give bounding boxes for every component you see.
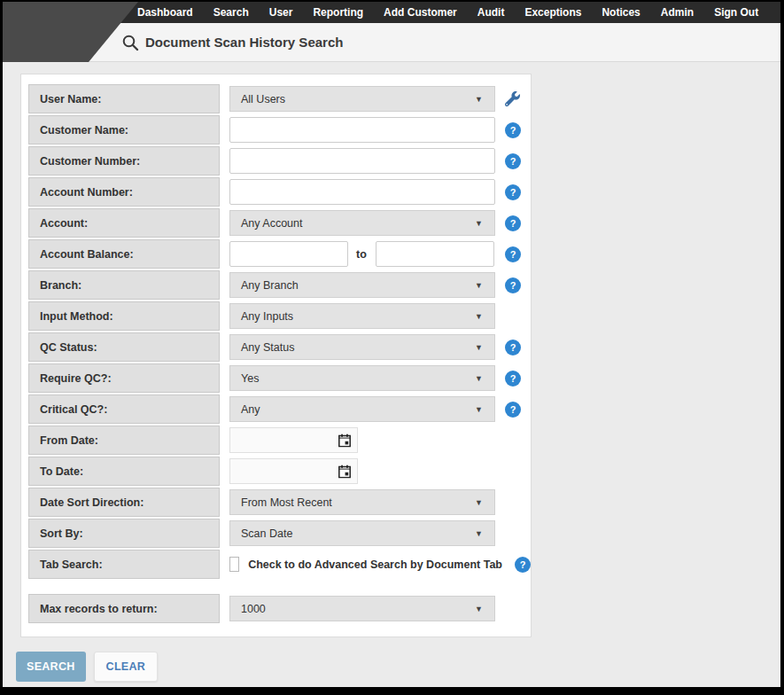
nav-item-exceptions[interactable]: Exceptions: [524, 6, 581, 19]
from-date-label: From Date:: [28, 426, 220, 455]
chevron-down-icon: ▼: [475, 280, 483, 289]
date-sort-direction-dropdown[interactable]: From Most Recent ▼: [229, 489, 495, 515]
page-header: Document Scan History Search: [3, 23, 780, 62]
chevron-down-icon: ▼: [475, 604, 483, 613]
customer-number-input[interactable]: [229, 148, 495, 174]
help-icon[interactable]: ?: [505, 246, 521, 262]
input-method-dropdown[interactable]: Any Inputs ▼: [229, 303, 495, 329]
account-number-label: Account Number:: [28, 177, 220, 207]
critical-qc-label: Critical QC?:: [28, 394, 220, 424]
form-row-from-date: From Date:: [28, 426, 531, 455]
chevron-down-icon: ▼: [475, 218, 483, 227]
form-row-account-balance: Account Balance: to ?: [28, 239, 531, 269]
form-row-branch: Branch: Any Branch ▼ ?: [28, 270, 531, 300]
user-name-dropdown[interactable]: All Users ▼: [229, 86, 495, 112]
account-dropdown[interactable]: Any Account ▼: [229, 210, 495, 236]
help-icon[interactable]: ?: [515, 557, 531, 573]
help-icon[interactable]: ?: [505, 153, 521, 169]
tab-search-checkbox-label: Check to do Advanced Search by Document …: [248, 558, 502, 571]
dropdown-value: From Most Recent: [241, 496, 332, 509]
help-icon[interactable]: ?: [505, 402, 521, 418]
form-row-input-method: Input Method: Any Inputs ▼: [28, 301, 531, 331]
app-window: Dashboard Search User Reporting Add Cust…: [3, 2, 780, 687]
nav-item-reporting[interactable]: Reporting: [313, 6, 363, 19]
dropdown-value: Any Inputs: [241, 310, 293, 323]
customer-number-label: Customer Number:: [28, 146, 220, 176]
calendar-icon[interactable]: [338, 433, 351, 447]
nav-item-audit[interactable]: Audit: [477, 6, 505, 19]
dropdown-value: All Users: [241, 93, 285, 105]
chevron-down-icon: ▼: [475, 311, 483, 320]
chevron-down-icon: ▼: [475, 497, 483, 506]
chevron-down-icon: ▼: [475, 528, 483, 537]
max-records-dropdown[interactable]: 1000 ▼: [229, 596, 495, 621]
branch-dropdown[interactable]: Any Branch ▼: [229, 272, 495, 298]
dropdown-value: Scan Date: [241, 527, 292, 540]
clear-button[interactable]: CLEAR: [94, 652, 159, 682]
form-row-account-number: Account Number: ?: [28, 177, 531, 207]
form-row-tab-search: Tab Search: Check to do Advanced Search …: [28, 550, 531, 579]
wrench-icon[interactable]: [505, 91, 520, 106]
form-row-customer-name: Customer Name: ?: [28, 115, 531, 144]
magnifier-icon: [121, 34, 139, 51]
form-row-critical-qc: Critical QC?: Any ▼ ?: [28, 394, 531, 424]
form-row-to-date: To Date:: [28, 457, 531, 486]
form-row-qc-status: QC Status: Any Status ▼ ?: [28, 332, 531, 362]
dropdown-value: Any Account: [241, 217, 303, 230]
account-number-input[interactable]: [229, 179, 495, 205]
to-date-label: To Date:: [28, 457, 220, 486]
qc-status-dropdown[interactable]: Any Status ▼: [229, 334, 495, 360]
critical-qc-dropdown[interactable]: Any ▼: [229, 396, 495, 422]
page-title: Document Scan History Search: [145, 35, 343, 50]
account-label: Account:: [28, 208, 220, 238]
form-row-customer-number: Customer Number: ?: [28, 146, 531, 176]
search-button[interactable]: SEARCH: [16, 652, 86, 682]
chevron-down-icon: ▼: [475, 404, 483, 413]
require-qc-dropdown[interactable]: Yes ▼: [229, 365, 495, 391]
action-button-bar: SEARCH CLEAR: [16, 652, 158, 682]
nav-item-dashboard[interactable]: Dashboard: [137, 6, 193, 19]
to-date-input[interactable]: [229, 458, 358, 484]
customer-name-label: Customer Name:: [28, 115, 220, 144]
help-icon[interactable]: ?: [505, 277, 521, 293]
help-icon[interactable]: ?: [505, 215, 521, 231]
sort-by-label: Sort By:: [28, 519, 220, 548]
nav-item-add-customer[interactable]: Add Customer: [384, 6, 457, 19]
chevron-down-icon: ▼: [475, 373, 483, 382]
help-icon[interactable]: ?: [505, 184, 521, 200]
from-date-input[interactable]: [229, 427, 358, 453]
nav-item-sign-out[interactable]: Sign Out: [714, 6, 758, 19]
nav-item-user[interactable]: User: [269, 6, 293, 19]
dropdown-value: Any Status: [241, 341, 294, 354]
dropdown-value: Any: [241, 403, 260, 416]
help-icon[interactable]: ?: [505, 122, 521, 138]
help-icon[interactable]: ?: [505, 340, 521, 355]
require-qc-label: Require QC?:: [28, 363, 220, 393]
dropdown-value: Yes: [241, 372, 259, 385]
chevron-down-icon: ▼: [475, 342, 483, 351]
form-row-sort-by: Sort By: Scan Date ▼: [28, 519, 531, 548]
tab-search-checkbox[interactable]: [229, 557, 239, 572]
calendar-icon[interactable]: [338, 465, 351, 478]
balance-from-input[interactable]: [229, 241, 348, 267]
balance-to-separator: to: [356, 248, 367, 261]
help-icon[interactable]: ?: [505, 371, 521, 387]
form-row-user-name: User Name: All Users ▼: [28, 84, 531, 113]
nav-item-notices[interactable]: Notices: [602, 6, 640, 19]
date-sort-direction-label: Date Sort Direction:: [28, 488, 220, 517]
form-row-date-sort-direction: Date Sort Direction: From Most Recent ▼: [28, 488, 531, 517]
nav-item-admin[interactable]: Admin: [661, 6, 694, 19]
chevron-down-icon: ▼: [475, 94, 483, 103]
form-row-account: Account: Any Account ▼ ?: [28, 208, 531, 238]
balance-to-input[interactable]: [376, 241, 494, 267]
input-method-label: Input Method:: [28, 301, 220, 331]
form-row-require-qc: Require QC?: Yes ▼ ?: [28, 363, 531, 393]
dropdown-value: 1000: [241, 603, 266, 615]
sort-by-dropdown[interactable]: Scan Date ▼: [229, 520, 495, 546]
form-row-max-records: Max records to return: 1000 ▼: [28, 594, 531, 623]
customer-name-input[interactable]: [229, 117, 495, 143]
nav-item-search[interactable]: Search: [213, 6, 249, 19]
user-name-label: User Name:: [28, 84, 220, 113]
max-records-label: Max records to return:: [28, 594, 220, 623]
tab-search-label: Tab Search:: [28, 550, 220, 579]
